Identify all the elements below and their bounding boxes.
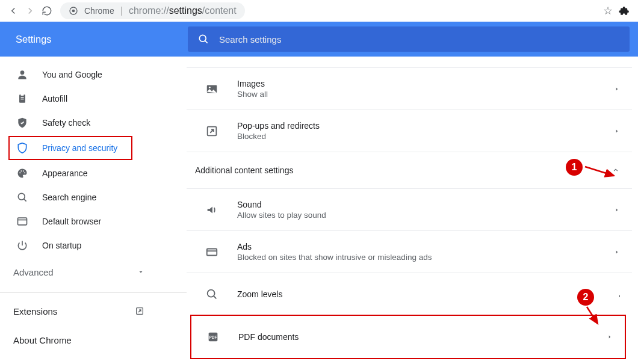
row-popups[interactable]: Pop-ups and redirects Blocked — [187, 110, 632, 152]
svg-point-3 — [20, 70, 25, 75]
annotation-arrow-2 — [581, 304, 605, 329]
svg-rect-6 — [21, 97, 24, 98]
ads-icon — [203, 244, 220, 261]
annotation-badge-2: 2 — [577, 289, 594, 306]
row-subtitle: Allow sites to play sound — [237, 211, 614, 220]
reload-button[interactable] — [39, 2, 55, 19]
sidebar-item-label: Safety check — [42, 118, 90, 128]
svg-text:PDF: PDF — [209, 335, 217, 339]
svg-point-11 — [24, 172, 25, 173]
url-prefix: chrome:// — [129, 5, 169, 16]
palette-icon — [16, 167, 29, 180]
sidebar-item-label: On startup — [42, 241, 81, 250]
row-title: Pop-ups and redirects — [237, 121, 614, 131]
sidebar-item-autofill[interactable]: Autofill — [0, 87, 177, 111]
additional-content-settings-header[interactable]: Additional content settings — [187, 152, 632, 188]
row-title: Sound — [237, 200, 614, 209]
extensions-puzzle-icon[interactable] — [619, 5, 630, 16]
zoom-icon — [203, 286, 220, 303]
row-subtitle: Blocked on sites that show intrusive or … — [237, 253, 614, 262]
sidebar-item-you-and-google[interactable]: You and Google — [0, 63, 177, 87]
shield-icon — [16, 141, 29, 155]
sidebar-item-label: Autofill — [42, 94, 67, 103]
svg-point-16 — [209, 86, 211, 88]
row-subtitle: Show all — [237, 90, 614, 99]
reload-icon — [42, 5, 52, 16]
chevron-right-icon — [614, 128, 620, 134]
sidebar-about-chrome[interactable]: About Chrome — [0, 325, 187, 354]
row-title: Images — [237, 79, 614, 88]
sidebar-item-label: Default browser — [42, 217, 101, 226]
back-button[interactable] — [5, 2, 22, 19]
annotation-badge-1: 1 — [566, 159, 583, 176]
popup-icon — [203, 123, 220, 140]
sidebar-item-privacy-security[interactable]: Privacy and security — [8, 136, 132, 160]
svg-point-10 — [23, 170, 24, 171]
search-settings-input[interactable] — [219, 34, 620, 45]
forward-button[interactable] — [22, 2, 39, 19]
svg-point-19 — [208, 289, 215, 297]
settings-header: Settings — [0, 22, 638, 57]
row-ads[interactable]: Ads Blocked on sites that show intrusive… — [187, 230, 632, 273]
row-title: Ads — [237, 242, 614, 251]
row-zoom-levels[interactable]: Zoom levels — [187, 273, 632, 315]
row-title: PDF documents — [238, 332, 607, 342]
sidebar-item-label: Appearance — [42, 168, 88, 178]
svg-line-23 — [587, 307, 598, 324]
sidebar-item-appearance[interactable]: Appearance — [0, 161, 177, 185]
svg-rect-7 — [21, 99, 24, 99]
sidebar-item-safety-check[interactable]: Safety check — [0, 111, 177, 135]
row-sound[interactable]: Sound Allow sites to play sound — [187, 188, 632, 230]
section-title: Additional content settings — [195, 165, 293, 175]
row-pdf-documents[interactable]: PDF PDF documents — [191, 316, 625, 358]
settings-sidebar: You and Google Autofill Safety check Pri… — [0, 57, 187, 364]
sound-icon — [203, 202, 220, 218]
bookmark-star-icon[interactable]: ☆ — [603, 4, 613, 17]
sidebar-item-default-browser[interactable]: Default browser — [0, 209, 177, 233]
svg-point-9 — [20, 170, 22, 171]
arrow-left-icon — [8, 5, 19, 16]
svg-rect-13 — [18, 218, 27, 225]
chevron-right-icon — [614, 291, 620, 297]
content-panel: Images Show all Pop-ups and redirects Bl… — [187, 57, 638, 364]
sidebar-extensions-link[interactable]: Extensions — [0, 297, 187, 325]
chevron-right-icon — [607, 334, 613, 340]
person-icon — [16, 68, 29, 81]
page-title: Settings — [0, 34, 187, 45]
url-bold: settings — [169, 5, 202, 16]
search-icon — [197, 33, 209, 45]
svg-point-2 — [199, 35, 206, 42]
sidebar-item-search-engine[interactable]: Search engine — [0, 185, 177, 209]
address-bar[interactable]: Chrome | chrome://settings/content — [60, 2, 245, 19]
chrome-logo-icon — [69, 6, 78, 16]
svg-rect-18 — [207, 248, 217, 255]
pdf-icon: PDF — [205, 329, 221, 345]
row-images[interactable]: Images Show all — [187, 67, 632, 110]
url-suffix: /content — [202, 5, 237, 16]
row-javascript-partial[interactable] — [187, 57, 632, 67]
svg-point-1 — [72, 10, 75, 13]
row-subtitle: Blocked — [237, 132, 614, 141]
browser-window-icon — [16, 215, 29, 228]
about-label: About Chrome — [13, 335, 72, 345]
address-separator: | — [120, 5, 123, 16]
sidebar-item-label: Privacy and security — [42, 143, 117, 153]
sidebar-divider — [0, 292, 187, 293]
advanced-label: Advanced — [13, 267, 54, 277]
svg-point-12 — [18, 193, 25, 200]
sidebar-item-label: You and Google — [42, 70, 102, 79]
annotation-arrow-1 — [584, 164, 620, 182]
row-pdf-documents-frame: PDF PDF documents — [190, 315, 626, 359]
browser-toolbar: Chrome | chrome://settings/content ☆ — [0, 0, 638, 22]
sidebar-item-on-startup[interactable]: On startup — [0, 233, 177, 258]
open-external-icon — [135, 306, 144, 316]
chevron-right-icon — [614, 86, 620, 92]
sidebar-item-label: Search engine — [42, 193, 96, 202]
chevron-down-icon — [137, 268, 144, 276]
sidebar-advanced-toggle[interactable]: Advanced — [0, 258, 187, 286]
row-title: Zoom levels — [237, 289, 614, 299]
chevron-right-icon — [614, 207, 620, 213]
svg-line-22 — [585, 167, 614, 176]
search-settings-bar[interactable] — [188, 26, 630, 52]
search-icon — [16, 191, 29, 204]
